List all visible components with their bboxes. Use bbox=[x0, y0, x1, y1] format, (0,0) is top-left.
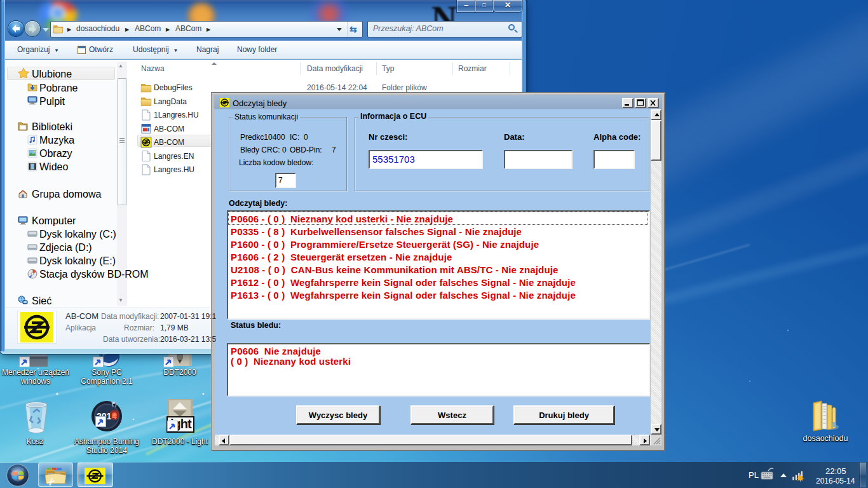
svg-text:4: 4 bbox=[112, 411, 117, 421]
